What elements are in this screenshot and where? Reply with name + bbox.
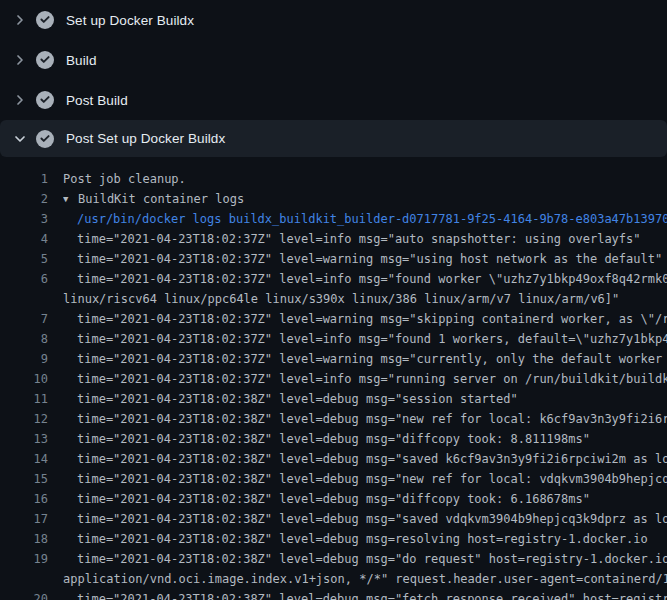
log-command-text: /usr/bin/docker logs buildx_buildkit_bui…: [77, 209, 667, 229]
log-line: 16time="2021-04-23T18:02:38Z" level=debu…: [0, 489, 667, 509]
line-number[interactable]: 4: [0, 229, 48, 249]
step-list: Set up Docker Buildx Build Post Build: [0, 0, 667, 157]
step-label: Post Set up Docker Buildx: [66, 131, 225, 146]
step-post-set-up-docker-buildx[interactable]: Post Set up Docker Buildx: [0, 120, 667, 157]
line-number[interactable]: 15: [0, 469, 48, 489]
log-text: Post job cleanup.: [63, 169, 186, 189]
line-number[interactable]: 12: [0, 409, 48, 429]
chevron-right-icon[interactable]: [12, 92, 28, 108]
collapse-group-icon[interactable]: ▼: [63, 189, 78, 209]
log-line: 19time="2021-04-23T18:02:38Z" level=debu…: [0, 549, 667, 569]
log-text: application/vnd.oci.image.index.v1+json,…: [63, 569, 667, 589]
line-number: [0, 569, 48, 589]
line-number[interactable]: 13: [0, 429, 48, 449]
group-label[interactable]: BuildKit container logs: [78, 192, 244, 206]
line-number[interactable]: 6: [0, 269, 48, 289]
log-text: time="2021-04-23T18:02:38Z" level=debug …: [77, 409, 667, 429]
line-number[interactable]: 2: [0, 189, 48, 209]
log-text: time="2021-04-23T18:02:38Z" level=debug …: [77, 589, 667, 600]
line-number[interactable]: 11: [0, 389, 48, 409]
log-text: time="2021-04-23T18:02:37Z" level=warnin…: [77, 249, 662, 269]
line-number[interactable]: 10: [0, 369, 48, 389]
log-line: 13time="2021-04-23T18:02:38Z" level=debu…: [0, 429, 667, 449]
log-text: time="2021-04-23T18:02:37Z" level=info m…: [77, 229, 641, 249]
check-circle-icon: [36, 11, 54, 29]
log-line: 17time="2021-04-23T18:02:38Z" level=debu…: [0, 509, 667, 529]
line-number[interactable]: 20: [0, 589, 48, 600]
log-lines: 1Post job cleanup.2▼BuildKit container l…: [0, 157, 667, 600]
log-line: 1Post job cleanup.: [0, 169, 667, 189]
line-number[interactable]: 3: [0, 209, 48, 229]
log-line: application/vnd.oci.image.index.v1+json,…: [0, 569, 667, 589]
log-text: time="2021-04-23T18:02:38Z" level=debug …: [77, 469, 667, 489]
log-line: 6time="2021-04-23T18:02:37Z" level=info …: [0, 269, 667, 289]
log-line: 14time="2021-04-23T18:02:38Z" level=debu…: [0, 449, 667, 469]
log-text: time="2021-04-23T18:02:37Z" level=warnin…: [77, 309, 667, 329]
line-number[interactable]: 8: [0, 329, 48, 349]
log-text: time="2021-04-23T18:02:37Z" level=info m…: [77, 269, 667, 289]
chevron-right-icon[interactable]: [12, 52, 28, 68]
log-line: 18time="2021-04-23T18:02:38Z" level=debu…: [0, 529, 667, 549]
log-line: 11time="2021-04-23T18:02:38Z" level=debu…: [0, 389, 667, 409]
log-line: 3/usr/bin/docker logs buildx_buildkit_bu…: [0, 209, 667, 229]
step-set-up-docker-buildx[interactable]: Set up Docker Buildx: [0, 0, 667, 40]
line-number[interactable]: 9: [0, 349, 48, 369]
log-line: 5time="2021-04-23T18:02:37Z" level=warni…: [0, 249, 667, 269]
step-post-build[interactable]: Post Build: [0, 80, 667, 120]
log-text: time="2021-04-23T18:02:38Z" level=debug …: [77, 489, 590, 509]
step-label: Post Build: [66, 93, 128, 108]
chevron-right-icon[interactable]: [12, 12, 28, 28]
check-circle-icon: [36, 51, 54, 69]
log-line: 20time="2021-04-23T18:02:38Z" level=debu…: [0, 589, 667, 600]
line-number[interactable]: 18: [0, 529, 48, 549]
log-line: 2▼BuildKit container logs: [0, 189, 667, 209]
log-line: 12time="2021-04-23T18:02:38Z" level=debu…: [0, 409, 667, 429]
log-text: time="2021-04-23T18:02:37Z" level=info m…: [77, 329, 667, 349]
log-line: 9time="2021-04-23T18:02:37Z" level=warni…: [0, 349, 667, 369]
line-number[interactable]: 5: [0, 249, 48, 269]
line-number[interactable]: 16: [0, 489, 48, 509]
log-text: time="2021-04-23T18:02:37Z" level=info m…: [77, 369, 667, 389]
log-text: ▼BuildKit container logs: [63, 189, 244, 209]
log-text: time="2021-04-23T18:02:38Z" level=debug …: [77, 449, 667, 469]
log-line: 4time="2021-04-23T18:02:37Z" level=info …: [0, 229, 667, 249]
log-line: 15time="2021-04-23T18:02:38Z" level=debu…: [0, 469, 667, 489]
chevron-down-icon[interactable]: [12, 131, 28, 147]
step-label: Set up Docker Buildx: [66, 13, 194, 28]
actions-log-viewer: Set up Docker Buildx Build Post Build: [0, 0, 667, 600]
line-number[interactable]: 14: [0, 449, 48, 469]
step-label: Build: [66, 53, 97, 68]
check-circle-icon: [36, 130, 54, 148]
log-line: 7time="2021-04-23T18:02:37Z" level=warni…: [0, 309, 667, 329]
line-number[interactable]: 17: [0, 509, 48, 529]
log-text: time="2021-04-23T18:02:38Z" level=debug …: [77, 529, 648, 549]
log-text: time="2021-04-23T18:02:38Z" level=debug …: [77, 549, 667, 569]
line-number: [0, 289, 48, 309]
check-circle-icon: [36, 91, 54, 109]
log-line: linux/riscv64 linux/ppc64le linux/s390x …: [0, 289, 667, 309]
log-line: 10time="2021-04-23T18:02:37Z" level=info…: [0, 369, 667, 389]
log-line: 8time="2021-04-23T18:02:37Z" level=info …: [0, 329, 667, 349]
step-build[interactable]: Build: [0, 40, 667, 80]
log-text: time="2021-04-23T18:02:38Z" level=debug …: [77, 509, 667, 529]
line-number[interactable]: 1: [0, 169, 48, 189]
log-text: linux/riscv64 linux/ppc64le linux/s390x …: [63, 289, 619, 309]
log-text: time="2021-04-23T18:02:38Z" level=debug …: [77, 389, 518, 409]
log-text: time="2021-04-23T18:02:38Z" level=debug …: [77, 429, 590, 449]
log-text: time="2021-04-23T18:02:37Z" level=warnin…: [77, 349, 667, 369]
line-number[interactable]: 19: [0, 549, 48, 569]
line-number[interactable]: 7: [0, 309, 48, 329]
